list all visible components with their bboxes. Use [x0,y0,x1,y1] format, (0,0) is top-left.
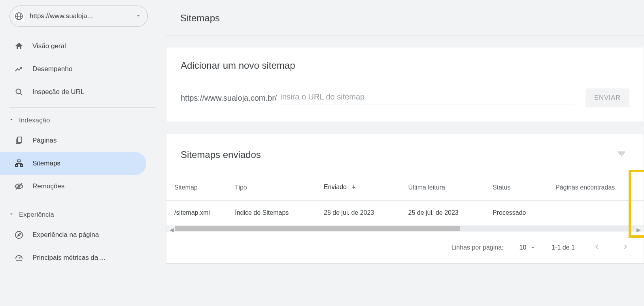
svg-point-2 [16,89,21,94]
nav-label: Remoções [32,182,64,190]
nav-label: Inspeção de URL [32,88,84,96]
sitemap-icon [14,159,24,168]
col-pages-found[interactable]: Páginas encontradas [548,175,644,201]
nav-label: Sitemaps [32,160,60,167]
nav-performance[interactable]: Desempenho [0,58,146,81]
nav-label: Experiência na página [32,231,99,239]
url-prefix: https://www.sualoja.com.br/ [181,94,277,103]
sitemap-url-input[interactable] [279,91,574,105]
caret-down-icon [530,245,536,250]
pagination-range: 1-1 de 1 [551,244,575,251]
property-url: https://www.sualoja... [30,12,131,20]
svg-rect-4 [18,160,20,162]
eye-off-icon [14,182,24,191]
caret-down-icon [136,13,141,20]
sitemaps-list-card: Sitemaps enviados Sitemap Tipo Enviado [166,133,644,264]
nav-label: Páginas [32,137,57,145]
rows-per-page-select[interactable]: 10 [519,244,536,251]
next-page-button[interactable] [619,240,632,255]
scroll-left-icon[interactable]: ◀ [170,227,174,231]
cell-sitemap: /sitemap.xml [166,201,227,225]
search-icon [14,87,24,97]
add-sitemap-title: Adicionar um novo sitemap [181,60,629,71]
nav-page-experience[interactable]: Experiência na página [0,223,146,246]
cell-status: Processado [485,201,548,225]
sidebar: https://www.sualoja... Visão geral Desem… [0,0,166,306]
col-sent[interactable]: Enviado [316,175,400,201]
nav-pages[interactable]: Páginas [0,129,146,152]
scroll-track[interactable] [175,226,635,231]
col-status[interactable]: Status [485,175,548,201]
scroll-thumb[interactable] [175,226,460,231]
col-last-read[interactable]: Última leitura [400,175,485,201]
scroll-right-icon[interactable]: ▶ [636,227,640,231]
col-type[interactable]: Tipo [227,175,316,201]
home-icon [14,41,24,51]
nav-removals[interactable]: Remoções [0,175,146,198]
svg-rect-5 [15,165,17,167]
nav-core-web-vitals[interactable]: Principais métricas da ... [0,246,146,269]
section-indexing[interactable]: Indexação [0,112,166,129]
speed-icon [14,253,24,263]
divider [9,107,157,108]
caret-down-icon [9,211,15,219]
cell-pages-found [548,201,644,225]
table-scroll[interactable]: Sitemap Tipo Enviado Última leitura Stat… [166,163,644,225]
compass-icon [14,230,24,240]
submit-sitemap-button[interactable]: ENVIAR [585,88,629,107]
property-selector[interactable]: https://www.sualoja... [9,6,148,27]
nav-sitemaps[interactable]: Sitemaps [0,152,146,175]
nav-overview[interactable]: Visão geral [0,35,146,58]
cell-last-read: 25 de jul. de 2023 [400,201,485,225]
trend-icon [14,64,24,74]
rows-per-page-label: Linhas por página: [451,244,504,251]
prev-page-button[interactable] [591,240,603,255]
nav-label: Visão geral [32,42,66,50]
col-sitemap[interactable]: Sitemap [166,175,227,201]
rows-value: 10 [519,244,526,251]
list-title: Sitemaps enviados [181,149,261,160]
globe-icon [14,11,24,21]
pagination-bar: Linhas por página: 10 1-1 de 1 [166,232,644,263]
pages-icon [14,136,24,145]
nav-url-inspection[interactable]: Inspeção de URL [0,81,146,103]
nav-label: Desempenho [32,65,72,73]
sitemaps-table: Sitemap Tipo Enviado Última leitura Stat… [166,175,644,225]
table-row[interactable]: /sitemap.xml Índice de Sitemaps 25 de ju… [166,201,644,225]
nav-label: Principais métricas da ... [32,254,106,262]
caret-down-icon [9,116,15,124]
section-label: Indexação [19,116,50,124]
svg-point-8 [15,231,23,238]
horizontal-scrollbar[interactable]: ◀ ▶ [166,225,644,232]
section-label: Experiência [19,211,54,219]
svg-rect-6 [21,165,23,167]
cell-type: Índice de Sitemaps [227,201,316,225]
arrow-down-icon [351,184,357,191]
svg-rect-3 [17,137,22,143]
cell-sent: 25 de jul. de 2023 [316,201,400,225]
filter-button[interactable] [614,146,629,163]
page-title: Sitemaps [166,0,644,36]
divider [9,202,157,202]
section-experience[interactable]: Experiência [0,206,166,223]
main-content: Sitemaps Adicionar um novo sitemap https… [166,0,644,306]
add-sitemap-card: Adicionar um novo sitemap https://www.su… [166,47,644,122]
col-sent-label: Enviado [324,184,347,190]
